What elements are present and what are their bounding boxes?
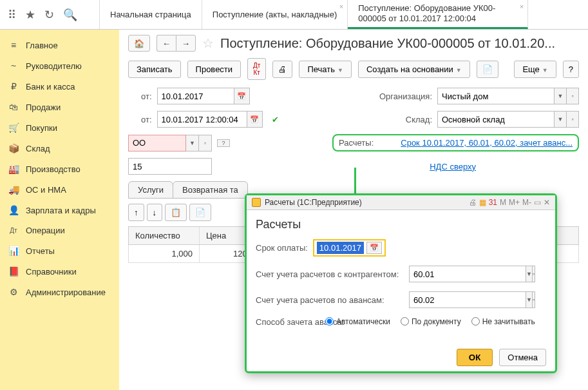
calendar-icon[interactable]: 📅 — [247, 111, 263, 128]
org-field[interactable] — [437, 88, 555, 104]
dropdown-icon[interactable]: ▼ — [526, 291, 533, 308]
sidebar: ≡Главное ~Руководителю ₽Банк и касса 🛍Пр… — [0, 30, 119, 390]
sidebar-item-hr[interactable]: 👤Зарплата и кадры — [0, 200, 119, 220]
acc-adv-field[interactable] — [409, 291, 526, 308]
sidebar-item-label: Справочники — [26, 267, 77, 277]
open-icon[interactable]: ▫ — [567, 111, 579, 128]
dtkt-button[interactable]: ДтКт — [247, 58, 266, 80]
calc-dialog: Расчеты (1С:Предприятие) 🖨 ▦ 31 M M+ M- … — [245, 193, 557, 373]
tab-services[interactable]: Услуги — [128, 181, 173, 199]
app-1c-icon — [252, 198, 261, 207]
calendar-icon[interactable]: 📅 — [366, 242, 382, 254]
report-icon: 📊 — [8, 246, 19, 256]
open-icon[interactable]: ▫ — [199, 135, 212, 151]
post-button[interactable]: Провести — [187, 61, 242, 78]
dropdown-icon[interactable]: ▼ — [526, 266, 533, 282]
box-icon: 📦 — [8, 143, 19, 153]
calendar-icon[interactable]: 📅 — [234, 88, 250, 104]
sidebar-item-manager[interactable]: ~Руководителю — [0, 55, 119, 76]
close-icon[interactable]: × — [339, 3, 343, 10]
tool-m-button[interactable]: M — [500, 198, 506, 207]
row-down-button[interactable]: ↓ — [147, 204, 163, 221]
open-icon[interactable]: ▫ — [567, 88, 579, 104]
open-icon[interactable]: ▫ — [533, 291, 535, 308]
help-small-icon[interactable]: ? — [217, 139, 230, 147]
status-ok-icon: ✔ — [272, 115, 279, 124]
from-label: от: — [141, 92, 152, 101]
sidebar-item-main[interactable]: ≡Главное — [0, 35, 119, 55]
open-icon[interactable]: ▫ — [533, 266, 535, 282]
calc-link[interactable]: Срок 10.01.2017, 60.01, 60.02, зачет ава… — [401, 138, 573, 148]
apps-icon[interactable]: ⠿ — [8, 8, 16, 22]
sidebar-item-label: Администрирование — [26, 288, 106, 297]
tab-receipts-list[interactable]: Поступление (акты, накладные) × — [202, 0, 348, 29]
ruble-icon: ₽ — [8, 81, 19, 92]
vat-link[interactable]: НДС сверху — [430, 162, 476, 171]
factory-icon: 🏭 — [8, 164, 19, 174]
tool-calendar-icon[interactable]: 31 — [489, 198, 497, 207]
sidebar-item-warehouse[interactable]: 📦Склад — [0, 138, 119, 159]
ok-button[interactable]: ОК — [457, 349, 493, 366]
cell-qty: 1,000 — [129, 245, 200, 262]
row-copy-button[interactable]: 📋 — [165, 204, 187, 221]
dropdown-icon[interactable]: ▼ — [186, 135, 199, 151]
tool-mminus-button[interactable]: M- — [522, 198, 531, 207]
docnum-field[interactable] — [128, 158, 212, 175]
sidebar-item-operations[interactable]: ДтОперации — [0, 220, 119, 240]
date-field[interactable] — [157, 88, 234, 104]
dialog-titlebar[interactable]: Расчеты (1С:Предприятие) 🖨 ▦ 31 M M+ M- … — [247, 195, 555, 210]
sidebar-item-label: Банк и касса — [26, 82, 75, 92]
history-icon[interactable]: ↻ — [44, 8, 54, 22]
attachments-button[interactable]: 📄 — [477, 61, 498, 78]
sidebar-item-label: Отчеты — [26, 246, 55, 256]
close-icon[interactable]: × — [520, 3, 524, 10]
datetime-field[interactable] — [157, 111, 247, 128]
create-based-button[interactable]: Создать на основании▼ — [358, 61, 470, 78]
sidebar-item-purchases[interactable]: 🛒Покупки — [0, 117, 119, 138]
acc-contr-field[interactable] — [409, 266, 526, 282]
search-icon[interactable]: 🔍 — [63, 8, 77, 22]
sidebar-item-sales[interactable]: 🛍Продажи — [0, 97, 119, 117]
sidebar-item-assets[interactable]: 🚚ОС и НМА — [0, 179, 119, 200]
contractor-field[interactable] — [128, 135, 186, 151]
close-icon[interactable]: ✕ — [544, 198, 550, 207]
sidebar-item-label: Склад — [26, 144, 50, 153]
tab-receipt-doc[interactable]: Поступление: Оборудование УК00-000005 от… — [348, 0, 528, 29]
print-menu-button[interactable]: Печать▼ — [299, 61, 352, 78]
tab-returnable[interactable]: Возвратная та — [173, 181, 248, 199]
tool-calc-icon[interactable]: ▦ — [479, 198, 486, 207]
col-qty-header: Количество — [129, 227, 200, 244]
cancel-button[interactable]: Отмена — [499, 349, 546, 366]
more-button[interactable]: Еще▼ — [514, 61, 556, 78]
topbar: ⠿ ★ ↻ 🔍 Начальная страница Поступление (… — [0, 0, 588, 30]
tool-restore-icon[interactable]: ▭ — [534, 198, 541, 207]
help-button[interactable]: ? — [563, 61, 579, 78]
tool-mplus-button[interactable]: M+ — [509, 198, 520, 207]
home-button[interactable]: 🏠 — [128, 35, 150, 52]
sidebar-item-production[interactable]: 🏭Производство — [0, 159, 119, 179]
dropdown-icon[interactable]: ▼ — [555, 111, 567, 128]
tool-print-icon[interactable]: 🖨 — [469, 198, 477, 207]
warehouse-field[interactable] — [437, 111, 555, 128]
row-paste-button[interactable]: 📄 — [189, 204, 211, 221]
favorite-star-icon[interactable]: ☆ — [202, 35, 214, 51]
sidebar-item-admin[interactable]: ⚙Администрирование — [0, 282, 119, 302]
forward-button[interactable]: → — [176, 35, 196, 52]
gear-icon: ⚙ — [8, 287, 19, 297]
print-icon-button[interactable]: 🖨 — [272, 61, 292, 78]
save-button[interactable]: Записать — [128, 61, 181, 78]
radio-bydoc[interactable]: По документу — [401, 317, 461, 326]
due-date-value[interactable]: 10.01.2017 — [317, 242, 364, 254]
dropdown-icon[interactable]: ▼ — [555, 88, 567, 104]
radio-auto[interactable]: Автоматически — [325, 317, 390, 326]
sidebar-item-references[interactable]: 📕Справочники — [0, 261, 119, 282]
sidebar-item-bank[interactable]: ₽Банк и касса — [0, 76, 119, 97]
topbar-quick-icons: ⠿ ★ ↻ 🔍 — [0, 0, 100, 29]
radio-none[interactable]: Не зачитывать — [471, 317, 535, 326]
sidebar-item-reports[interactable]: 📊Отчеты — [0, 240, 119, 261]
dialog-heading: Расчеты — [256, 218, 546, 231]
row-up-button[interactable]: ↑ — [128, 204, 144, 221]
tab-home[interactable]: Начальная страница — [100, 0, 202, 29]
star-icon[interactable]: ★ — [25, 8, 35, 22]
back-button[interactable]: ← — [156, 35, 176, 52]
